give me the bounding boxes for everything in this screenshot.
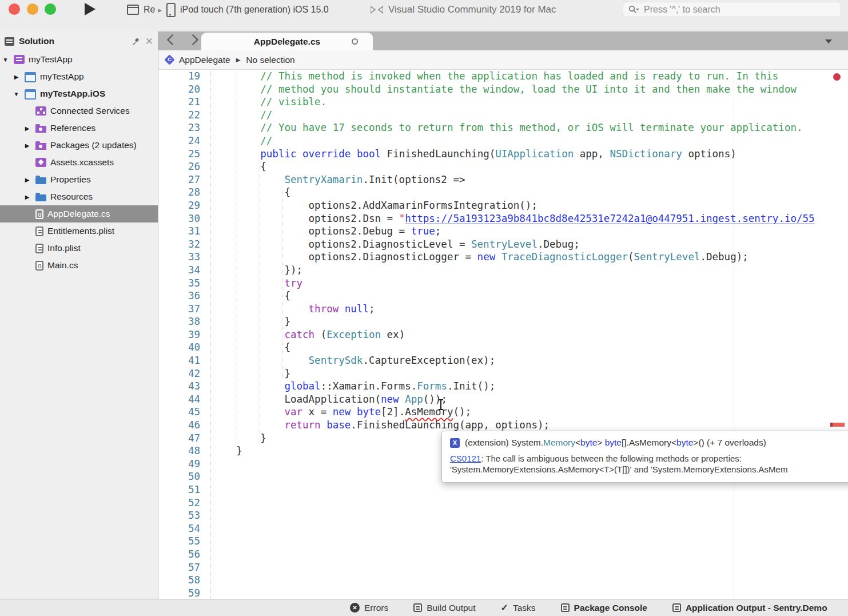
code-line[interactable]: 28 { — [162, 186, 848, 199]
line-number: 22 — [162, 109, 200, 122]
code-line[interactable]: 52 — [162, 496, 848, 510]
line-number: 59 — [162, 587, 200, 599]
sidebar-item-info-plist[interactable]: Info.plist — [0, 240, 158, 257]
pad-button-errors[interactable]: ✕Errors — [350, 603, 388, 613]
close-window-button[interactable] — [9, 3, 20, 15]
code-line[interactable]: 23 // You have 17 seconds to return from… — [162, 121, 848, 134]
code-line[interactable]: 19 // This method is invoked when the ap… — [162, 70, 848, 83]
code-line[interactable]: 27 SentryXamarin.Init(options2 => — [162, 173, 848, 186]
navigate-back-button[interactable] — [167, 34, 178, 45]
code-line[interactable]: 46 return base.FinishedLaunching(app, op… — [162, 419, 848, 432]
code-line[interactable]: 53 — [162, 509, 848, 522]
sidebar-item-assets-xcassets[interactable]: Assets.xcassets — [0, 154, 158, 171]
pad-button-build-output[interactable]: Build Output — [413, 603, 475, 613]
dsn-url-link[interactable]: https://5a193123a9b841bc8d8e42531e7242a1… — [405, 213, 814, 224]
code-line[interactable]: 44 LoadApplication(new App()); — [162, 393, 848, 406]
code-line[interactable]: 54 — [162, 522, 848, 535]
error-code-link[interactable]: CS0121 — [450, 454, 481, 463]
code-line[interactable]: 42 } — [162, 367, 848, 380]
maximize-window-button[interactable] — [45, 3, 56, 15]
navigate-forward-button[interactable] — [188, 34, 198, 45]
code-line[interactable]: 33 options2.DiagnosticLogger = new Trace… — [162, 251, 848, 264]
sidebar-item-label: Info.plist — [47, 243, 81, 253]
solution-icon — [14, 55, 25, 64]
code-line[interactable]: 22 // — [162, 109, 848, 122]
code-line[interactable]: 34 }); — [162, 264, 848, 277]
error-underlined-token[interactable]: AsMemory — [405, 406, 453, 418]
tab-list-dropdown-icon[interactable] — [825, 39, 832, 43]
sidebar-item-appdelegate-cs[interactable]: AppDelegate.cs — [0, 205, 158, 222]
code-text: SentryXamarin.Init(options2 => — [200, 173, 465, 186]
expander-right-icon[interactable]: ▶ — [23, 177, 31, 183]
pad-button-application-output-sentry-demo[interactable]: Application Output - Sentry.Demo — [672, 603, 827, 613]
pad-button-tasks[interactable]: ✓Tasks — [501, 603, 536, 613]
run-configuration-selector[interactable]: Re ▸ iPod touch (7th generation) iOS 15.… — [127, 2, 329, 18]
sidebar-item-mytestapp[interactable]: ▼myTestApp — [0, 51, 158, 68]
code-line[interactable]: 30 options2.Dsn = "https://5a193123a9b84… — [162, 212, 848, 225]
line-number: 28 — [162, 186, 200, 199]
sidebar-item-entitlements-plist[interactable]: Entitlements.plist — [0, 222, 158, 240]
expander-right-icon[interactable]: ▶ — [23, 142, 31, 149]
sidebar-item-references[interactable]: ▶References — [0, 120, 158, 137]
code-line[interactable]: 36 { — [162, 289, 848, 303]
code-line[interactable]: 29 options2.AddXamarinFormsIntegration()… — [162, 199, 848, 212]
code-editor[interactable]: 19 // This method is invoked when the ap… — [162, 70, 848, 599]
code-line[interactable]: 39 catch (Exception ex) — [162, 328, 848, 341]
sidebar-item-label: myTestApp — [40, 71, 84, 82]
pad-button-package-console[interactable]: Package Console — [561, 603, 647, 613]
code-line[interactable]: 21 // visible. — [162, 96, 848, 109]
line-number: 44 — [162, 393, 200, 406]
breadcrumb-selection[interactable]: No selection — [246, 55, 294, 65]
code-line[interactable]: 31 options2.Debug = true; — [162, 225, 848, 238]
sidebar-item-packages-2-updates-[interactable]: ▶Packages (2 updates) — [0, 137, 158, 154]
code-line[interactable]: 56 — [162, 548, 848, 561]
run-button[interactable] — [85, 3, 95, 15]
pin-icon[interactable] — [132, 37, 141, 46]
code-line[interactable]: 41 SentrySdk.CaptureException(ex); — [162, 354, 848, 367]
line-number: 24 — [162, 134, 200, 148]
expander-right-icon[interactable]: ▶ — [23, 194, 31, 200]
pad-button-label: Tasks — [513, 603, 536, 613]
code-line[interactable]: 20 // method you should instantiate the … — [162, 83, 848, 96]
breadcrumb-class[interactable]: AppDelegate — [179, 55, 230, 65]
sidebar-item-label: Packages (2 updates) — [50, 140, 137, 150]
code-line[interactable]: 59 — [162, 587, 848, 599]
tooltip-signature-text: (extension) System.Memory<byte> byte[].A… — [465, 438, 766, 448]
search-input[interactable]: Press '^,' to search — [623, 2, 841, 17]
sidebar-item-main-cs[interactable]: Main.cs — [0, 257, 158, 274]
code-line[interactable]: 38 } — [162, 315, 848, 328]
code-line[interactable]: 57 — [162, 561, 848, 574]
code-text: options2.Debug = true; — [200, 225, 441, 238]
code-line[interactable]: 37 throw null; — [162, 303, 848, 316]
expander-down-icon[interactable]: ▼ — [1, 57, 10, 63]
expander-right-icon[interactable]: ▶ — [23, 125, 31, 132]
code-line[interactable]: 40 { — [162, 341, 848, 354]
sidebar-item-properties[interactable]: ▶Properties — [0, 171, 158, 188]
sidebar-item-resources[interactable]: ▶Resources — [0, 188, 158, 205]
sidebar-item-mytestapp-ios[interactable]: ▼myTestApp.iOS — [0, 85, 158, 102]
code-line[interactable]: 51 — [162, 483, 848, 496]
file-error-indicator-icon[interactable] — [833, 73, 841, 81]
sidebar-item-mytestapp[interactable]: ▶myTestApp — [0, 68, 158, 85]
sidebar-item-connected-services[interactable]: Connected Services — [0, 102, 158, 120]
expander-down-icon[interactable]: ▼ — [12, 91, 21, 97]
code-text: } — [200, 315, 290, 328]
code-line[interactable]: 35 try — [162, 277, 848, 290]
file-plist-icon — [35, 226, 43, 236]
code-line[interactable]: 32 options2.DiagnosticLevel = SentryLeve… — [162, 238, 848, 251]
code-line[interactable]: 25 public override bool FinishedLaunchin… — [162, 148, 848, 161]
code-line[interactable]: 24 // — [162, 134, 848, 148]
expander-right-icon[interactable]: ▶ — [12, 74, 21, 80]
tab-modified-icon[interactable] — [352, 38, 358, 45]
scrollbar-error-marker[interactable] — [830, 423, 845, 427]
minimize-window-button[interactable] — [27, 3, 38, 15]
code-line[interactable]: 55 — [162, 535, 848, 548]
tab-appdelegate[interactable]: AppDelegate.cs — [201, 33, 373, 50]
code-line[interactable]: 26 { — [162, 160, 848, 173]
configuration-label: Re — [144, 5, 155, 15]
line-number: 39 — [162, 328, 200, 341]
close-pad-icon[interactable]: ✕ — [145, 37, 153, 46]
code-line[interactable]: 58 — [162, 574, 848, 587]
code-line[interactable]: 45 var x = new byte[2].AsMemory(); — [162, 406, 848, 419]
code-line[interactable]: 43 global::Xamarin.Forms.Forms.Init(); — [162, 380, 848, 393]
